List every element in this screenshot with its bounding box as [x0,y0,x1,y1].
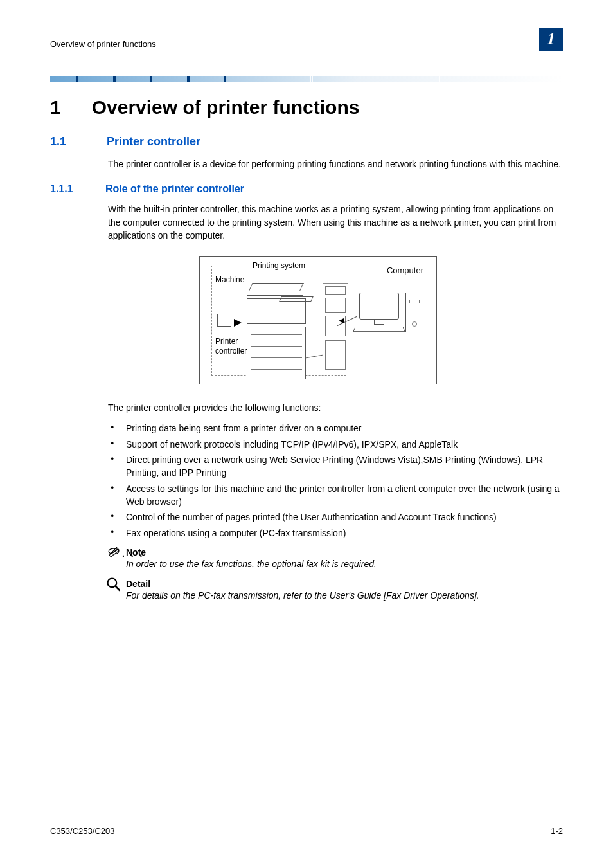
list-item: Direct printing over a network using Web… [108,453,563,480]
svg-point-1 [107,578,116,587]
chapter-badge: 1 [539,28,563,51]
list-item: Fax operations using a computer (PC-fax … [108,527,563,539]
footer-page: 1-2 [551,826,563,836]
note-callout: . . . Note In order to use the fax funct… [108,547,563,571]
list-item: Support of network protocols including T… [108,438,563,451]
subsection-intro: With the built-in printer controller, th… [108,203,563,242]
running-header: Overview of printer functions 1 [50,26,563,53]
monitor-icon [359,293,399,320]
subsection-number: 1.1.1 [50,183,82,195]
printer-controller-label: Printer controller [215,337,247,356]
pc-tower-icon [405,293,423,332]
printing-system-label: Printing system [250,261,308,270]
chapter-title: Overview of printer functions [92,96,360,118]
chapter-heading: 1 Overview of printer functions [50,96,563,118]
chapter-number: 1 [50,96,61,118]
decorative-bar [50,76,563,82]
detail-heading: Detail [126,579,563,589]
note-icon [105,545,122,561]
svg-line-2 [116,586,120,590]
section-heading: 1.1 Printer controller [50,135,563,149]
page-footer: C353/C253/C203 1-2 [50,822,563,836]
magnifier-icon [105,576,122,593]
footer-model: C353/C253/C203 [50,826,114,836]
section-number: 1.1 [50,135,77,149]
list-item: Printing data being sent from a printer … [108,422,563,435]
section-title: Printer controller [107,135,200,149]
server-rack-icon [323,283,348,374]
arrow-icon [234,319,242,327]
functions-intro: The printer controller provides the foll… [108,401,563,414]
list-item: Control of the number of pages printed (… [108,511,563,523]
note-body: In order to use the fax functions, the o… [126,557,563,571]
ellipsis-icon: . . . [122,548,144,559]
computer-label: Computer [387,266,423,275]
subsection-title: Role of the printer controller [105,183,244,195]
machine-label: Machine [215,275,244,284]
subsection-heading: 1.1.1 Role of the printer controller [50,183,563,195]
system-diagram: Printing system Machine Printer controll… [199,256,437,384]
running-title: Overview of printer functions [50,39,156,49]
detail-callout: Detail For details on the PC-fax transmi… [108,579,563,602]
mfp-icon [247,283,306,379]
printing-system-box: Printing system Machine Printer controll… [211,266,346,376]
detail-body: For details on the PC-fax transmission, … [126,589,563,602]
arrow-icon [339,318,344,323]
section-intro: The printer controller is a device for p… [108,158,563,170]
note-heading: Note [126,547,563,557]
list-item: Access to settings for this machine and … [108,482,563,509]
functions-list: Printing data being sent from a printer … [108,422,563,539]
keyboard-icon [353,327,405,332]
